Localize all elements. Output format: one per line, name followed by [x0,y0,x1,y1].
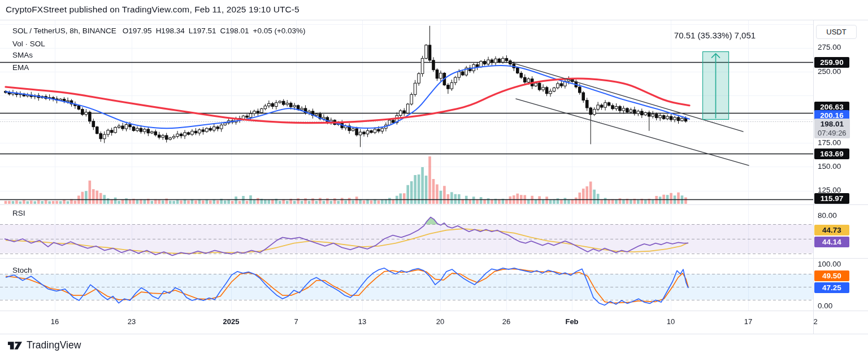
publisher-attribution: CryptoFXStreet published on TradingView.… [6,5,300,15]
price-badge: 44.14 [814,237,849,247]
badge-value: 115.97 [821,194,844,203]
legend-ema-row[interactable]: EMA [12,63,29,72]
time-axis-tick: 20 [428,317,453,326]
price-badge: 115.97 [814,193,849,204]
rsi-pane-title[interactable]: RSI [12,209,25,217]
time-axis-tick: 17 [736,317,761,326]
badge-value: 163.69 [820,150,843,158]
price-change: +0.05 (+0.03%) [253,27,306,35]
ema-indicator-label: EMA [12,63,29,72]
price-badge: 259.90 [814,57,849,68]
chart-canvas[interactable] [0,0,868,358]
price-axis-label: 175.00 [818,138,841,148]
price-badge: 44.73 [814,225,849,235]
price-badge: 49.50 [814,270,849,281]
legend-smas-row[interactable]: SMAs [12,50,33,60]
price-axis-label: 275.00 [818,42,841,53]
measure-tool-label[interactable]: 70.51 (35.33%) 7,051 [670,30,760,40]
ohlc-open: O197.95 [123,27,152,35]
currency-toggle-button[interactable]: USDT [816,25,857,39]
tradingview-brand[interactable]: TradingView [27,339,81,351]
ohlc-close: C198.01 [220,27,249,35]
price-axis-label: 250.00 [818,67,841,77]
tradingview-logo-icon[interactable] [7,340,23,353]
time-axis-tick: 16 [42,317,67,326]
price-axis-label: 80.00 [818,211,837,221]
badge-value: 47.25 [822,283,841,292]
badge-value: 44.14 [822,238,841,246]
time-axis-tick: 13 [350,317,375,326]
stoch-pane-title[interactable]: Stoch [12,266,32,274]
time-axis[interactable]: 162320257132026Feb10172 [0,311,868,334]
last-price-badge: 198.0107:49:26 [814,119,850,138]
price-axis-label: 150.00 [818,161,841,172]
time-axis-tick: 23 [119,317,144,326]
time-axis-tick: Feb [559,317,584,326]
price-axis[interactable]: 275.00250.00175.00150.00125.0080.00100.0… [813,20,868,334]
price-badge: 163.69 [814,149,849,159]
legend-volume-row[interactable]: Vol · SOL [12,39,45,49]
smas-indicator-label: SMAs [12,51,33,59]
price-axis-label: 0.00 [818,301,832,311]
time-axis-tick: 7 [284,317,309,326]
bar-countdown: 07:49:26 [818,129,847,138]
price-badge: 47.25 [814,282,849,293]
badge-value: 49.50 [822,272,841,280]
time-axis-tick: 26 [494,317,519,326]
time-axis-tick: 2 [803,317,828,326]
time-axis-tick: 2025 [219,317,244,326]
time-axis-tick: 10 [658,317,683,326]
legend-symbol-row[interactable]: SOL / TetherUS, 8h, BINANCE O197.95 H198… [12,26,306,36]
badge-value: 259.90 [820,58,843,67]
ohlc-high: H198.34 [156,27,185,35]
volume-indicator-label: Vol · SOL [12,40,45,48]
price-axis-label: 100.00 [818,259,841,269]
footer-bar: TradingView [0,334,868,358]
ohlc-low: L197.51 [189,27,216,35]
badge-value: 44.73 [822,226,841,234]
symbol-title: SOL / TetherUS, 8h, BINANCE [12,27,116,35]
badge-value: 198.01 [821,120,844,128]
